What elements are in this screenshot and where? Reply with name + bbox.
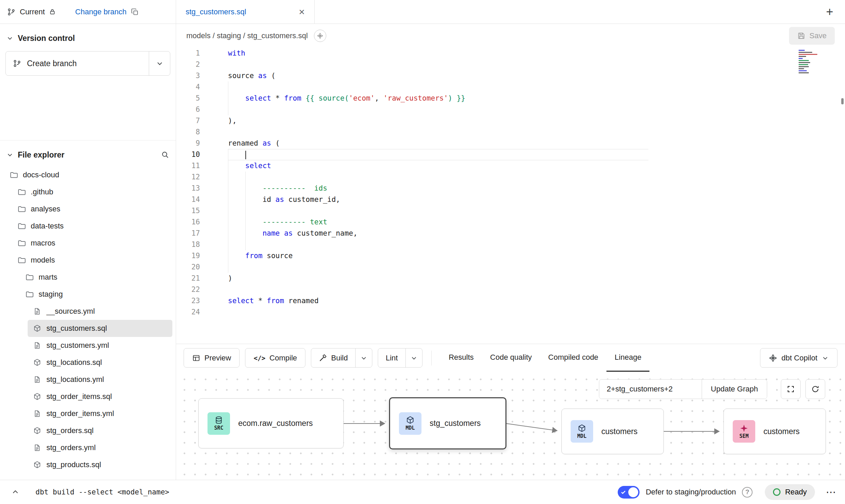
fullscreen-button[interactable] (781, 379, 801, 399)
save-button[interactable]: Save (789, 27, 835, 45)
file-item-github[interactable]: .github (0, 183, 176, 201)
copy-icon[interactable] (131, 8, 139, 16)
file-item-analyses[interactable]: analyses (0, 201, 176, 218)
version-control-header[interactable]: Version control (0, 31, 176, 45)
code-line-17[interactable]: 17 name as customer_name, (176, 228, 845, 239)
file-item-data-tests[interactable]: data-tests (0, 218, 176, 235)
update-graph-button[interactable]: Update Graph (702, 380, 767, 399)
editor-scrollbar-thumb[interactable] (841, 98, 844, 104)
tab-results[interactable]: Results (441, 344, 482, 372)
lineage-node-src-ecom-raw-customers[interactable]: SRCecom.raw_customers (198, 398, 344, 448)
code-line-12[interactable]: 12 (176, 172, 845, 183)
file-item-marts[interactable]: marts (0, 269, 176, 286)
build-button[interactable]: Build (311, 349, 355, 367)
file-item-label: stg_order_items.sql (46, 392, 112, 401)
code-line-4[interactable]: 4 (176, 81, 845, 93)
code-line-16[interactable]: 16 ---------- text (176, 217, 845, 228)
lineage-node-mdl-customers[interactable]: MDLcustomers (561, 409, 664, 454)
dbt-copilot-button[interactable]: dbt Copilot (760, 348, 837, 368)
indent-guide (245, 205, 246, 217)
code-line-14[interactable]: 14 id as customer_id, (176, 194, 845, 205)
code-line-13[interactable]: 13 ---------- ids (176, 183, 845, 194)
lineage-selector-input[interactable] (599, 380, 702, 399)
code-line-9[interactable]: 9renamed as ( (176, 138, 845, 149)
change-branch-link[interactable]: Change branch (75, 8, 126, 16)
copilot-badge-icon[interactable] (314, 30, 326, 42)
file-item-stg-orders-sql[interactable]: stg_orders.sql (0, 422, 176, 439)
line-number: 18 (176, 239, 212, 250)
close-tab-icon[interactable]: × (299, 7, 305, 17)
file-item-docs-cloud[interactable]: docs-cloud (0, 166, 176, 183)
file-item-models[interactable]: models (0, 252, 176, 269)
create-branch-dropdown-caret[interactable] (149, 51, 170, 75)
file-item-stg-customers-sql[interactable]: stg_customers.sql (0, 320, 176, 337)
code-line-20[interactable]: 20 (176, 262, 845, 273)
tab-code-quality[interactable]: Code quality (482, 344, 540, 372)
refresh-button[interactable] (805, 379, 825, 399)
file-explorer-header[interactable]: File explorer (0, 148, 176, 162)
line-number: 13 (176, 183, 212, 194)
code-line-7[interactable]: 7), (176, 115, 845, 127)
line-number: 1 (176, 48, 212, 59)
code-line-11[interactable]: 11 select (176, 160, 845, 172)
file-item-stg-orders-yml[interactable]: stg_orders.yml (0, 439, 176, 456)
code-line-23[interactable]: 23select * from renamed (176, 295, 845, 307)
code-line-2[interactable]: 2 (176, 59, 845, 70)
build-command-text: dbt build --select <model_name> (35, 488, 169, 496)
lineage-node-mdl-stg-customers[interactable]: MDLstg_customers (389, 397, 506, 449)
minimap-line (799, 64, 808, 65)
compile-button[interactable]: </> Compile (245, 348, 305, 368)
file-item-label: stg_orders.sql (46, 426, 94, 435)
code-line-5[interactable]: 5 select * from {{ source('ecom', 'raw_c… (176, 93, 845, 104)
code-line-18[interactable]: 18 (176, 239, 845, 250)
file-item-stg-locations-sql[interactable]: stg_locations.sql (0, 354, 176, 371)
file-item-stg-products-sql[interactable]: stg_products.sql (0, 456, 176, 473)
create-branch-main[interactable]: Create branch (6, 51, 149, 75)
lineage-panel[interactable]: SRCecom.raw_customersMDLstg_customersMDL… (176, 372, 845, 480)
file-item-stg-order-items-yml[interactable]: stg_order_items.yml (0, 405, 176, 422)
defer-toggle[interactable] (618, 486, 640, 499)
new-tab-button[interactable]: + (822, 4, 837, 20)
create-branch-label: Create branch (27, 59, 77, 68)
editor-tab-bar: stg_customers.sql × + (176, 0, 845, 24)
editor-minimap[interactable] (799, 50, 820, 74)
code-line-24[interactable]: 24 (176, 307, 845, 318)
expand-panel-button[interactable] (9, 486, 22, 499)
code-line-8[interactable]: 8 (176, 127, 845, 138)
file-item-macros[interactable]: macros (0, 235, 176, 252)
file-item-stg-customers-yml[interactable]: stg_customers.yml (0, 337, 176, 354)
line-number: 6 (176, 104, 212, 115)
file-item-stg-locations-yml[interactable]: stg_locations.yml (0, 371, 176, 388)
code-line-21[interactable]: 21) (176, 273, 845, 284)
code-line-15[interactable]: 15 (176, 205, 845, 217)
code-editor[interactable]: 1with23source as (45 select * from {{ so… (176, 48, 845, 344)
lint-dropdown-caret[interactable] (405, 349, 422, 367)
code-line-6[interactable]: 6 (176, 104, 845, 115)
code-line-1[interactable]: 1with (176, 48, 845, 59)
build-dropdown-caret[interactable] (355, 349, 372, 367)
tab-lineage[interactable]: Lineage (606, 344, 649, 372)
file-item-stg-order-items-sql[interactable]: stg_order_items.sql (0, 388, 176, 405)
lineage-node-sem-customers[interactable]: SEMcustomers (724, 409, 826, 454)
code-line-22[interactable]: 22 (176, 284, 845, 295)
help-icon[interactable]: ? (742, 487, 753, 498)
file-item-staging[interactable]: staging (0, 286, 176, 303)
node-badge-label: SRC (214, 425, 223, 431)
file-item-inner: data-tests (12, 218, 172, 235)
search-icon[interactable] (161, 150, 170, 159)
code-line-10[interactable]: 10 (176, 149, 845, 160)
yaml-file-icon (33, 375, 42, 384)
lint-button[interactable]: Lint (378, 349, 405, 367)
code-line-3[interactable]: 3source as ( (176, 70, 845, 81)
tab-compiled-code[interactable]: Compiled code (540, 344, 606, 372)
ready-status-button[interactable]: Ready (765, 484, 815, 500)
create-branch-button[interactable]: Create branch (5, 51, 170, 76)
indent-guide (245, 172, 246, 183)
chevron-up-icon (11, 488, 20, 496)
more-options-button[interactable]: ⋯ (826, 487, 836, 497)
indent-guide (245, 239, 246, 250)
code-line-19[interactable]: 19 from source (176, 250, 845, 262)
tab-stg-customers-sql[interactable]: stg_customers.sql × (176, 0, 315, 24)
file-item-sources-yml[interactable]: __sources.yml (0, 303, 176, 320)
preview-button[interactable]: Preview (184, 348, 240, 368)
